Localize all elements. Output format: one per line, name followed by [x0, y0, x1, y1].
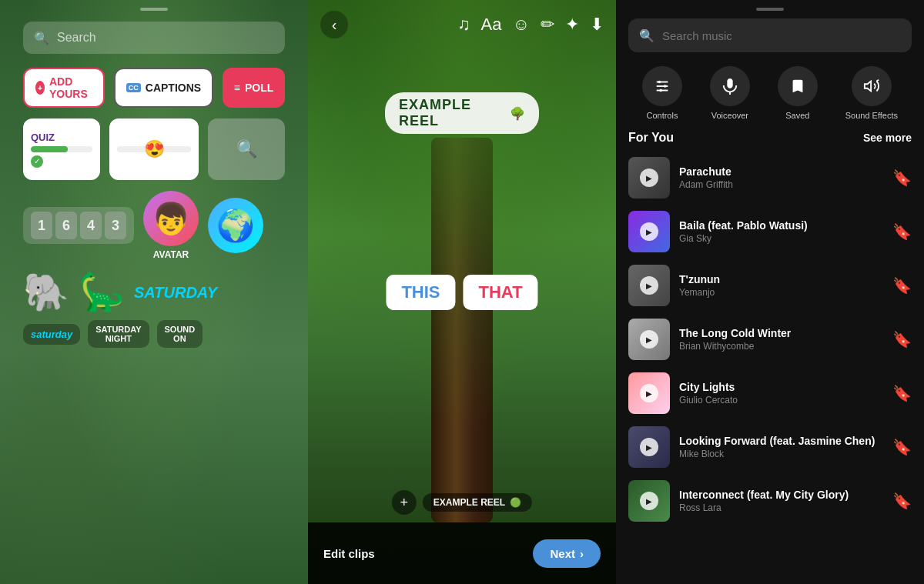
music-item-tzunun[interactable]: ▶ T'zunun Yemanjo 🔖	[616, 259, 924, 312]
add-yours-label: ADD YOURS	[49, 75, 92, 100]
bookmark-icon-winter[interactable]: 🔖	[892, 330, 912, 349]
thumb-interconnect: ▶	[628, 480, 670, 522]
play-btn-baila: ▶	[640, 222, 658, 241]
sticker-sound[interactable]: SOUNDON	[157, 320, 203, 348]
search-bar-right[interactable]: 🔍	[628, 18, 912, 52]
quiz-label: QUIZ	[31, 132, 55, 143]
poll-label: POLL	[245, 82, 273, 94]
thumb-forward: ▶	[628, 426, 670, 468]
search-bar-left[interactable]: 🔍 Search	[23, 22, 285, 54]
avatar-label: AVATAR	[153, 249, 189, 260]
music-title-parachute: Parachute	[679, 165, 883, 178]
saved-icon-btn	[778, 66, 818, 106]
sticker-creature[interactable]: 🦕	[79, 271, 125, 314]
top-toolbar: ‹ ♫ Aa ☺ ✏ ✦ ⬇	[308, 11, 616, 38]
music-note-icon[interactable]: ♫	[457, 15, 470, 35]
left-panel: 🔍 Search + ADD YOURS CC CAPTIONS ≡ POLL …	[0, 0, 308, 584]
next-button[interactable]: Next ›	[533, 539, 601, 568]
see-more-button[interactable]: See more	[863, 132, 912, 144]
music-info-tzunun: T'zunun Yemanjo	[679, 273, 883, 298]
search-icon-right: 🔍	[639, 28, 654, 43]
music-item-baila[interactable]: ▶ Baila (feat. Pablo Watusi) Gia Sky 🔖	[616, 205, 924, 259]
music-artist-forward: Mike Block	[679, 449, 883, 459]
action-sound-effects[interactable]: Sound Effects	[845, 66, 898, 120]
bookmark-icon-city[interactable]: 🔖	[892, 384, 912, 402]
bookmark-icon-parachute[interactable]: 🔖	[892, 169, 912, 187]
drag-handle-left[interactable]	[140, 8, 168, 11]
bookmark-icon-baila[interactable]: 🔖	[892, 222, 912, 241]
sticker-captions[interactable]: CC CAPTIONS	[114, 68, 213, 108]
sticker-earth[interactable]: 🌍	[208, 198, 263, 253]
sparkle-icon[interactable]: ✦	[565, 15, 579, 35]
sticker-add-yours[interactable]: + ADD YOURS	[23, 68, 105, 108]
music-item-parachute[interactable]: ▶ Parachute Adam Griffith 🔖	[616, 151, 924, 205]
music-info-forward: Looking Forward (feat. Jasmine Chen) Mik…	[679, 435, 883, 459]
action-controls[interactable]: Controls	[642, 66, 682, 120]
music-title-tzunun: T'zunun	[679, 273, 883, 285]
bookmark-icon-interconnect[interactable]: 🔖	[892, 492, 912, 510]
sticker-avatar[interactable]: 👦 AVATAR	[143, 191, 199, 260]
bookmark-icon-tzunun[interactable]: 🔖	[892, 276, 912, 295]
sticker-row-2: QUIZ ✓ 😍 🔍	[23, 118, 285, 180]
music-item-city-lights[interactable]: ▶ City Lights Giulio Cercato 🔖	[616, 366, 924, 420]
sticker-saturday[interactable]: SATURDAY	[134, 284, 217, 302]
draw-icon[interactable]: ✏	[541, 15, 554, 35]
digit-4: 3	[105, 212, 126, 239]
drag-handle-right[interactable]	[756, 8, 784, 11]
sticker-search-box[interactable]: 🔍	[208, 118, 285, 180]
music-info-baila: Baila (feat. Pablo Watusi) Gia Sky	[679, 219, 883, 244]
back-button[interactable]: ‹	[320, 11, 348, 38]
download-icon[interactable]: ⬇	[590, 15, 604, 35]
sticker-saturday-night[interactable]: SATURDAYNIGHT	[88, 320, 149, 348]
music-title-baila: Baila (feat. Pablo Watusi)	[679, 219, 883, 232]
sticker-quiz[interactable]: QUIZ ✓	[23, 118, 100, 180]
action-voiceover[interactable]: Voiceover	[710, 66, 750, 120]
sticker-countdown[interactable]: 1 6 4 3	[23, 207, 134, 244]
face-icon[interactable]: ☺	[513, 15, 530, 35]
svg-point-4	[664, 85, 667, 88]
music-title-winter: The Long Cold Winter	[679, 327, 883, 339]
poll-lines-icon: ≡	[234, 82, 240, 94]
bookmark-icon-forward[interactable]: 🔖	[892, 438, 912, 456]
bottom-overlay-badge: + EXAMPLE REEL 🟢	[392, 490, 532, 515]
thumb-winter: ▶	[628, 319, 670, 360]
music-info-parachute: Parachute Adam Griffith	[679, 165, 883, 190]
voiceover-icon-btn	[710, 66, 750, 106]
music-info-interconnect: Interconnect (feat. My City Glory) Ross …	[679, 489, 883, 513]
sticker-elephant[interactable]: 🐘	[23, 271, 69, 314]
bottom-stickers-row: saturday SATURDAYNIGHT SOUNDON	[23, 320, 285, 348]
that-badge[interactable]: THAT	[464, 275, 538, 310]
music-item-interconnect[interactable]: ▶ Interconnect (feat. My City Glory) Ros…	[616, 474, 924, 528]
quiz-bar-fill	[31, 146, 68, 152]
search-icon-inner: 🔍	[236, 139, 257, 159]
search-music-input[interactable]	[662, 29, 901, 42]
music-title-city: City Lights	[679, 381, 883, 393]
play-btn-forward: ▶	[640, 438, 658, 456]
action-saved[interactable]: Saved	[778, 66, 818, 120]
example-reel-title: EXAMPLE REEL	[399, 97, 504, 129]
music-title-forward: Looking Forward (feat. Jasmine Chen)	[679, 435, 883, 447]
edit-clips-button[interactable]: Edit clips	[323, 547, 375, 560]
this-badge[interactable]: THIS	[386, 275, 455, 310]
bottom-bar: Edit clips Next ›	[308, 522, 616, 584]
example-reel-bottom-badge[interactable]: EXAMPLE REEL 🟢	[423, 493, 532, 512]
sticker-poll[interactable]: ≡ POLL	[223, 68, 285, 108]
add-circle[interactable]: +	[392, 490, 417, 515]
svg-marker-6	[865, 82, 871, 92]
music-artist-baila: Gia Sky	[679, 233, 883, 244]
thumb-tzunun: ▶	[628, 265, 670, 306]
sticker-row-4: 🐘 🦕 SATURDAY	[23, 271, 285, 314]
music-item-winter[interactable]: ▶ The Long Cold Winter Brian Withycombe …	[616, 312, 924, 366]
music-item-looking-forward[interactable]: ▶ Looking Forward (feat. Jasmine Chen) M…	[616, 420, 924, 474]
music-artist-winter: Brian Withycombe	[679, 341, 883, 352]
sticker-emoji-slider[interactable]: 😍	[109, 118, 199, 180]
sticker-saturday-badge[interactable]: saturday	[23, 324, 80, 345]
music-title-interconnect: Interconnect (feat. My City Glory)	[679, 489, 883, 501]
play-btn-parachute: ▶	[640, 169, 658, 187]
svg-line-7	[876, 80, 879, 82]
next-arrow-icon: ›	[580, 547, 584, 560]
svg-point-5	[659, 89, 662, 92]
text-size-icon[interactable]: Aa	[481, 15, 502, 35]
avatar-face-icon: 👦	[152, 201, 190, 237]
play-btn-city: ▶	[640, 384, 658, 402]
